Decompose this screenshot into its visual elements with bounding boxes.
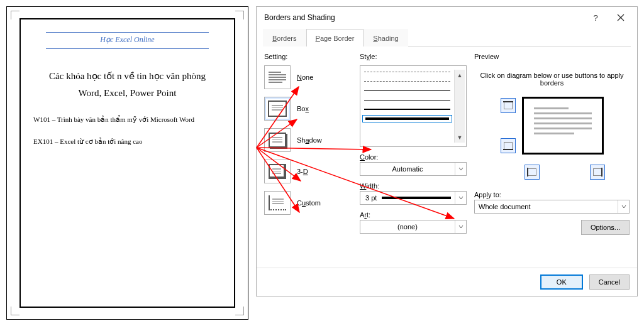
art-value: (none) bbox=[360, 223, 455, 231]
dialog-footer: OK Cancel bbox=[257, 268, 637, 296]
scroll-down-icon[interactable]: ▼ bbox=[455, 132, 465, 143]
preview-column: Preview Click on diagram below or use bu… bbox=[474, 50, 630, 268]
scroll-up-icon[interactable]: ▲ bbox=[455, 70, 465, 80]
color-label: Color: bbox=[360, 153, 467, 161]
art-label: Art: bbox=[360, 211, 467, 219]
setting-column: Setting: None Box Shadow 3-D Custom bbox=[264, 50, 352, 268]
setting-shadow[interactable]: Shadow bbox=[264, 128, 352, 152]
setting-none[interactable]: None bbox=[264, 65, 352, 89]
crop-mark bbox=[235, 11, 244, 19]
border-left-toggle[interactable] bbox=[525, 165, 540, 180]
page-title-line1: Các khóa học tốt n về tin học văn phòng bbox=[33, 68, 221, 85]
apply-to-value: Whole document bbox=[475, 203, 618, 210]
width-value: 3 pt bbox=[360, 194, 382, 202]
dropdown-arrow-icon bbox=[455, 163, 466, 175]
crop-mark bbox=[11, 11, 19, 19]
tab-borders[interactable]: Borders bbox=[263, 29, 306, 46]
style-listbox[interactable]: ▲ ▼ bbox=[360, 65, 467, 147]
page-border-preview: Học Excel Online Các khóa học tốt n về t… bbox=[19, 18, 235, 308]
borders-shading-dialog: Borders and Shading ? Borders Page Borde… bbox=[256, 6, 638, 296]
close-icon bbox=[617, 14, 625, 21]
art-dropdown[interactable]: (none) bbox=[360, 220, 467, 234]
page-paragraph: W101 – Trình bày văn bản thẩm mỹ với Mic… bbox=[33, 116, 221, 124]
preview-diagram[interactable] bbox=[522, 97, 604, 155]
word-page: Học Excel Online Các khóa học tốt n về t… bbox=[6, 6, 248, 320]
setting-shadow-icon bbox=[264, 128, 291, 152]
cancel-button[interactable]: Cancel bbox=[589, 274, 630, 290]
page-paragraph: EX101 – Excel từ cơ bản tới nâng cao bbox=[33, 138, 221, 146]
dropdown-arrow-icon bbox=[455, 220, 466, 233]
dialog-tabs: Borders Page Border Shading bbox=[263, 28, 631, 46]
tab-page-border[interactable]: Page Border bbox=[306, 29, 364, 46]
apply-to-dropdown[interactable]: Whole document bbox=[474, 200, 630, 214]
crop-mark bbox=[11, 307, 19, 315]
width-dropdown[interactable]: 3 pt bbox=[360, 191, 467, 205]
setting-label: Setting: bbox=[264, 53, 352, 60]
tab-shading[interactable]: Shading bbox=[364, 29, 408, 46]
ok-button[interactable]: OK bbox=[540, 274, 583, 290]
page-brand: Học Excel Online bbox=[46, 32, 209, 49]
style-column: Style: ▲ ▼ Color: Automatic bbox=[360, 50, 467, 268]
border-right-toggle[interactable] bbox=[590, 165, 605, 180]
color-dropdown[interactable]: Automatic bbox=[360, 162, 467, 176]
dropdown-arrow-icon bbox=[455, 192, 466, 204]
dropdown-arrow-icon bbox=[618, 200, 629, 213]
close-button[interactable] bbox=[608, 9, 633, 26]
options-button[interactable]: Options... bbox=[581, 220, 630, 235]
setting-box-icon bbox=[264, 97, 291, 121]
setting-none-icon bbox=[264, 65, 291, 89]
setting-3d-icon bbox=[264, 160, 291, 183]
style-scrollbar[interactable]: ▲ ▼ bbox=[454, 70, 465, 143]
preview-hint: Click on diagram below or use buttons to… bbox=[474, 72, 630, 87]
border-top-toggle[interactable] bbox=[501, 98, 516, 113]
width-sample-icon bbox=[382, 197, 451, 199]
help-button[interactable]: ? bbox=[583, 9, 608, 26]
dialog-title: Borders and Shading bbox=[264, 13, 583, 22]
page-title-line2: Word, Excel, Power Point bbox=[33, 85, 221, 102]
crop-mark bbox=[235, 307, 244, 315]
preview-label: Preview bbox=[474, 53, 630, 60]
dialog-titlebar: Borders and Shading ? bbox=[257, 7, 637, 28]
setting-box[interactable]: Box bbox=[264, 97, 352, 121]
color-value: Automatic bbox=[360, 165, 455, 173]
setting-3d[interactable]: 3-D bbox=[264, 160, 352, 183]
setting-custom-icon bbox=[264, 191, 291, 215]
border-bottom-toggle[interactable] bbox=[501, 138, 516, 153]
width-label: Width: bbox=[360, 182, 467, 190]
setting-custom[interactable]: Custom bbox=[264, 191, 352, 215]
